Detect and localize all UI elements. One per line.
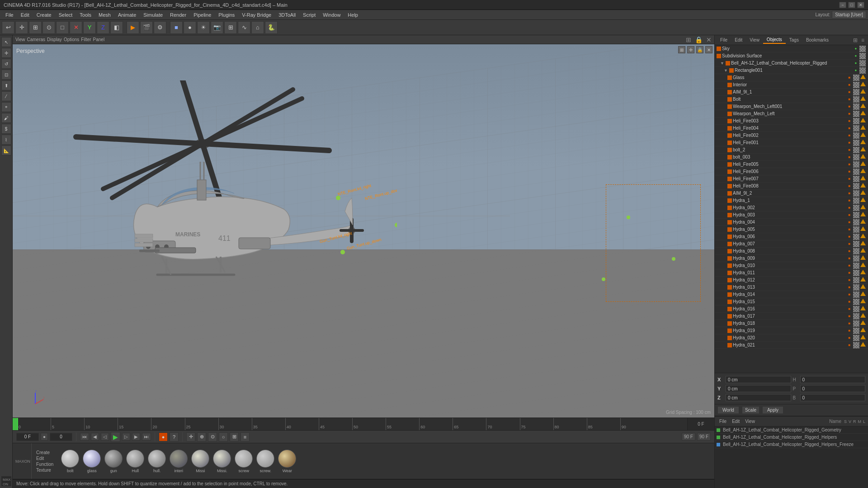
lt-scale[interactable]: ⊡ [1,70,11,80]
tool-z[interactable]: Z [97,21,109,34]
obj-row-hydra_016[interactable]: Hydra_016 ■ [715,305,868,313]
tool-select-circle[interactable]: ⊙ [42,21,55,34]
lt-extrude[interactable]: ⬆ [1,80,11,90]
obj-tab-edit[interactable]: Edit [731,37,746,43]
obj-row-hydra_010[interactable]: Hydra_010 ■ [715,262,868,269]
obj-row-heli_fire002[interactable]: Heli_Fire002 ■ [715,132,868,139]
obj-mgr-icon-1[interactable]: ⊞ [851,37,859,43]
tool-spline[interactable]: ∿ [238,21,250,34]
obj-row-wearpon_mech_left001[interactable]: Wearpon_Mech_Left001 ■ [715,103,868,110]
layout-selector[interactable]: Startup [User] [832,11,866,19]
mat-tab-edit[interactable]: Edit [34,455,55,461]
current-frame-field[interactable]: 0 F [16,433,39,441]
menu-file[interactable]: File [2,11,17,19]
coord-p-field[interactable]: 0 [800,385,866,392]
mode-btn-6[interactable]: ≡ [241,432,250,441]
obj-row-hydra_007[interactable]: Hydra_007 ■ [715,240,868,248]
mat-missile2[interactable]: Missi. [212,450,232,473]
coord-z-field[interactable]: 0 cm [726,394,791,401]
obj-row-rect[interactable]: ▼ Rectangle001 ● [715,67,868,74]
vp-lock-icon[interactable]: 🔒 [695,36,703,43]
tool-move[interactable]: ✛ [15,21,28,34]
obj-row-hydra_017[interactable]: Hydra_017 ■ [715,313,868,320]
tool-camera[interactable]: 📷 [211,21,223,34]
obj-row-glass[interactable]: Glass ■ [715,74,868,81]
next-key-button[interactable]: ▷ [122,433,130,441]
obj-row-bolt[interactable]: Bolt ■ [715,96,868,103]
key-button[interactable]: ● [41,433,48,441]
vp-icon-2[interactable]: ✛ [687,46,694,53]
obj-tab-bookmarks[interactable]: Bookmarks [802,37,832,43]
tool-select-rect[interactable]: □ [56,21,69,34]
menu-pipeline[interactable]: Pipeline [190,11,215,19]
obj-tab-objects[interactable]: Objects [763,36,786,44]
tool-sphere[interactable]: ● [184,21,196,34]
obj-row-hydra_011[interactable]: Hydra_011 ■ [715,269,868,277]
prev-key-button[interactable]: ◁ [101,433,109,441]
mat-hull2[interactable]: hull. [146,450,167,473]
panel-tab[interactable]: Panel [93,37,105,42]
maximize-button[interactable]: □ [848,2,855,8]
obj-row-hydra_006[interactable]: Hydra_006 ■ [715,233,868,240]
obj-row-hydra_012[interactable]: Hydra_012 ■ [715,277,868,284]
world-button[interactable]: World [717,406,739,414]
mode-btn-3[interactable]: ⊙ [208,432,217,441]
lt-snap[interactable]: ⌇ [1,135,11,145]
obj-row-hydra_013[interactable]: Hydra_013 ■ [715,284,868,291]
menu-mesh[interactable]: Mesh [95,11,114,19]
vp-link-icon[interactable]: ⊞ [686,36,691,43]
obj-row-heli_fire008[interactable]: Heli_Fire008 ■ [715,183,868,190]
mat-tab-texture[interactable]: Texture [34,467,55,473]
coord-x-field[interactable]: 0 cm [726,376,791,383]
attr-tab-edit[interactable]: Edit [729,418,742,425]
obj-row-hydra_005[interactable]: Hydra_005 ■ [715,226,868,233]
lt-rotate[interactable]: ↺ [1,59,11,69]
lt-move[interactable]: ✛ [1,48,11,58]
skip-start-button[interactable]: ⏮ [80,433,89,441]
menu-vray[interactable]: V-Ray Bridge [238,11,275,19]
help-button[interactable]: ? [170,432,179,441]
mat-wear[interactable]: Wear [277,450,297,473]
menu-edit[interactable]: Edit [17,11,33,19]
menu-window[interactable]: Window [319,11,344,19]
attr-tab-file[interactable]: File [717,418,729,425]
mat-glass[interactable]: glass [81,450,102,473]
tool-undo[interactable]: ↩ [2,21,14,34]
lt-paint[interactable]: $ [1,124,11,134]
menu-script[interactable]: Script [299,11,319,19]
lt-select[interactable]: ↖ [1,37,11,47]
mode-btn-1[interactable]: ✛ [186,432,195,441]
tool-deform[interactable]: ⌂ [251,21,264,34]
menu-tools[interactable]: Tools [76,11,95,19]
obj-row-hydra_020[interactable]: Hydra_020 ■ [715,334,868,342]
menu-create[interactable]: Create [33,11,55,19]
timeline-ruler[interactable]: 0 5 10 15 20 25 30 35 40 45 50 55 60 65 … [17,418,687,430]
obj-row-heli_fire001[interactable]: Heli_Fire001 ■ [715,139,868,146]
tool-object[interactable]: ◧ [110,21,123,34]
menu-plugins[interactable]: Plugins [215,11,238,19]
obj-tab-tags[interactable]: Tags [786,37,802,43]
coord-y-field[interactable]: 0 cm [726,385,791,392]
obj-row-aim_9l_2[interactable]: AIM_9l_2 ■ [715,190,868,197]
obj-row-hydra_004[interactable]: Hydra_004 ■ [715,219,868,226]
obj-row-hydra_003[interactable]: Hydra_003 ■ [715,211,868,219]
play-button[interactable]: ▶ [111,432,120,442]
next-frame-button[interactable]: ▶ [132,433,140,441]
tool-render2[interactable]: 🎬 [140,21,153,34]
close-button[interactable]: ✕ [857,2,864,8]
coord-h-field[interactable]: 0 [800,376,866,383]
object-list[interactable]: Sky ● Subdivision Surface ● [715,45,868,373]
scale-selector[interactable]: Scale [742,406,760,414]
tool-ffd[interactable]: ⊞ [224,21,237,34]
attr-obj-3[interactable]: Bell_AH-1Z_Lethal_Combat_Helicopter_Rigg… [715,441,868,448]
menu-select[interactable]: Select [55,11,76,19]
prev-frame-button[interactable]: ◀ [91,433,99,441]
filter-tab[interactable]: Filter [81,37,91,42]
sky-vis[interactable]: ● [853,46,859,52]
mat-hull[interactable]: Hull [125,450,146,473]
mode-btn-2[interactable]: ⊕ [197,432,206,441]
obj-tab-view[interactable]: View [746,37,763,43]
mat-missile1[interactable]: Missi [190,450,211,473]
mat-tab-create[interactable]: Create [34,450,55,455]
obj-row-hydra_009[interactable]: Hydra_009 ■ [715,255,868,262]
